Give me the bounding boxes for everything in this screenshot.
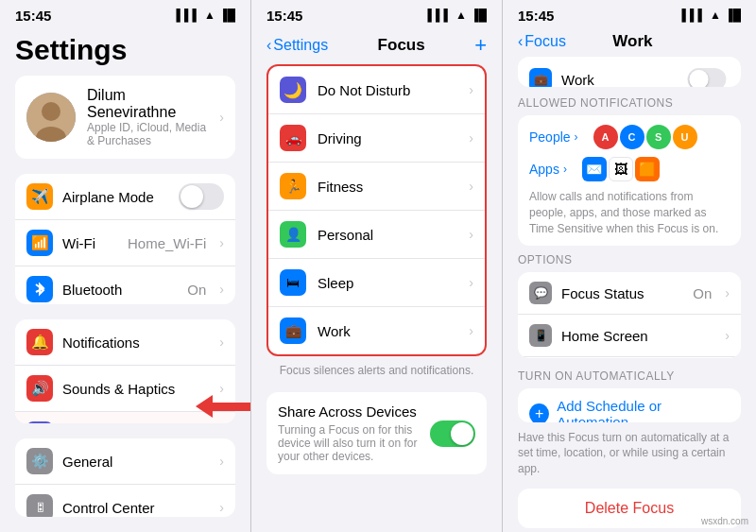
personal-icon: 👤 [280,221,306,248]
apps-row: Apps › ✉️ 🖼 🟧 [529,157,730,181]
airplane-label: Airplane Mode [62,189,169,205]
signal-icon-3: ▌▌▌ [682,9,707,22]
do-not-disturb-item[interactable]: 🌙 Do Not Disturb › [268,66,485,114]
sounds-label: Sounds & Haptics [62,381,210,397]
bluetooth-chevron: › [219,282,224,297]
people-label: People [529,129,571,145]
sleep-icon: 🛏 [280,269,306,296]
control-center-label: Control Center [62,500,210,516]
allowed-header: ALLOWED NOTIFICATIONS [503,96,756,115]
wifi-icon-2: ▲ [455,9,467,22]
airplane-mode-row[interactable]: ✈️ Airplane Mode [15,174,235,220]
apps-chevron: › [563,163,567,176]
work-toggle-section: 💼 Work [518,57,741,87]
status-icons-3: ▌▌▌ ▲ ▐█ [682,9,741,22]
battery-icon: ▐█ [219,9,235,22]
profile-chevron: › [219,110,224,125]
notifications-chevron: › [219,335,224,350]
options-header: OPTIONS [503,253,756,272]
focus-nav: ‹ Settings Focus + [251,26,502,64]
status-icons-2: ▌▌▌ ▲ ▐█ [428,9,487,22]
profile-card[interactable]: Dilum Senevirathne Apple ID, iCloud, Med… [15,76,235,159]
sounds-chevron: › [219,381,224,396]
home-screen-label: Home Screen [561,328,715,344]
app-icon-stack: ✉️ 🖼 🟧 [582,157,660,181]
fitness-label: Fitness [318,179,457,195]
avatar-s: S [646,125,671,149]
avatar-svg [26,93,76,142]
work-toggle-label: Work [561,72,675,88]
add-schedule-row[interactable]: + Add Schedule or Automation [518,388,741,422]
add-schedule-icon: + [529,403,549,422]
wifi-label: Wi-Fi [62,235,118,251]
status-bar-3: 15:45 ▌▌▌ ▲ ▐█ [503,0,756,26]
dnd-chevron: › [469,82,473,97]
driving-chevron: › [469,130,473,146]
settings-panel: 15:45 ▌▌▌ ▲ ▐█ Settings Dilum Senevirath… [0,0,251,532]
work-toggle-row[interactable]: 💼 Work [518,57,741,87]
back-chevron-3: ‹ [518,33,523,50]
notifications-row[interactable]: 🔔 Notifications › [15,319,235,366]
arrow-body-left [213,403,250,411]
avatar-a: A [593,125,618,149]
fitness-item[interactable]: 🏃 Fitness › [268,163,485,211]
bluetooth-row[interactable]: Bluetooth On › [15,266,235,304]
work-nav-title: Work [612,32,652,51]
back-settings[interactable]: ‹ Settings [266,37,328,54]
bluetooth-icon [26,276,53,302]
driving-label: Driving [318,130,457,146]
airplane-toggle[interactable] [179,183,224,210]
settings-title: Settings [0,26,250,76]
status-icons-1: ▌▌▌ ▲ ▐█ [177,9,235,22]
add-focus-button[interactable]: + [474,33,487,58]
focus-status-value: On [693,285,712,301]
wifi-chevron: › [219,235,224,250]
apps-label: Apps [529,162,559,177]
battery-icon-3: ▐█ [725,9,741,22]
signal-icon: ▌▌▌ [177,9,201,22]
fitness-chevron: › [469,179,473,194]
allowed-desc: Allow calls and notifications from peopl… [529,189,730,236]
avatar-stack: A C S U [593,125,697,149]
back-focus[interactable]: ‹ Focus [518,33,566,50]
sleep-item[interactable]: 🛏 Sleep › [268,259,485,307]
allowed-box: People › A C S U Apps › ✉️ 🖼 🟧 Allow cal… [518,115,741,246]
people-chevron: › [575,130,578,144]
notifications-label: Notifications [62,335,210,351]
profile-name: Dilum Senevirathne [87,87,208,121]
work-toggle[interactable] [688,68,727,87]
share-toggle[interactable] [430,420,475,447]
notifications-icon: 🔔 [26,329,53,355]
general-icon: ⚙️ [26,448,53,474]
personal-chevron: › [469,227,473,242]
svg-point-1 [42,102,60,121]
wifi-icon: ▲ [204,9,215,22]
people-item[interactable]: People › [529,125,578,149]
time-3: 15:45 [518,8,554,24]
wifi-row[interactable]: 📶 Wi-Fi Home_Wi-Fi › [15,220,235,266]
driving-item[interactable]: 🚗 Driving › [268,114,485,163]
general-chevron: › [219,454,224,469]
delete-focus-label: Delete Focus [585,500,674,516]
bluetooth-label: Bluetooth [62,282,178,298]
apps-item[interactable]: Apps › [529,157,567,181]
general-row[interactable]: ⚙️ General › [15,438,235,485]
focus-status-chevron: › [725,285,730,300]
connectivity-section: ✈️ Airplane Mode 📶 Wi-Fi Home_Wi-Fi › Bl… [15,174,235,304]
app-orange: 🟧 [635,157,660,181]
share-section: Share Across Devices Turning a Focus on … [266,392,487,474]
avatar [26,93,76,142]
work-item[interactable]: 💼 Work › [268,307,485,354]
home-screen-row[interactable]: 📱 Home Screen › [518,315,741,357]
focus-icon: 🌙 [26,421,53,423]
watermark: wsxdn.com [701,516,748,526]
personal-item[interactable]: 👤 Personal › [268,211,485,259]
dnd-label: Do Not Disturb [318,82,457,98]
focus-status-row[interactable]: 💬 Focus Status On › [518,272,741,315]
personal-label: Personal [318,227,457,243]
signal-icon-2: ▌▌▌ [428,9,453,22]
wifi-icon-row: 📶 [26,230,53,256]
allowed-row: People › A C S U [529,125,730,149]
turn-on-desc: Have this Focus turn on automatically at… [503,426,756,485]
control-center-row[interactable]: 🎛 Control Center › [15,485,235,517]
